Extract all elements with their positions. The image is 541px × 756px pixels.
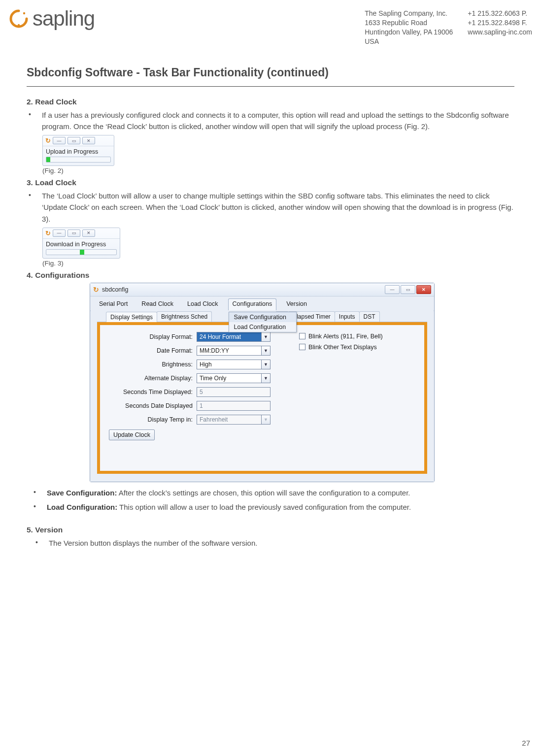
maximize-button[interactable]: ▭ xyxy=(68,230,80,237)
checkbox-blink-alerts[interactable]: Blink Alerts (911, Fire, Bell) xyxy=(299,333,415,340)
settings-pane: Display Format: 24 Hour Format▼ Blink Al… xyxy=(97,322,427,474)
progress-bar xyxy=(46,157,111,163)
contact-block: The Sapling Company, Inc. 1633 Republic … xyxy=(365,7,532,46)
display-format-select[interactable]: 24 Hour Format▼ xyxy=(197,332,270,342)
menu-configurations[interactable]: Configurations Save Configuration Load C… xyxy=(228,298,277,310)
minimize-button[interactable]: — xyxy=(53,137,66,144)
divider xyxy=(27,86,514,87)
chevron-down-icon: ▼ xyxy=(262,415,270,425)
menu-serial-port[interactable]: Serial Port xyxy=(95,299,132,310)
svg-point-0 xyxy=(23,12,25,14)
fig3-window: ↻ — ▭ ✕ Download in Progress xyxy=(42,228,120,259)
list-item: The Version button displays the number o… xyxy=(34,537,514,549)
close-button[interactable]: ✕ xyxy=(82,230,95,237)
update-clock-button[interactable]: Update Clock xyxy=(109,429,155,440)
menu-read-clock[interactable]: Read Clock xyxy=(137,299,177,310)
company-addr2: Huntingdon Valley, PA 19006 xyxy=(365,28,453,37)
version-text: The Version button displays the number o… xyxy=(49,537,514,549)
company-addr1: 1633 Republic Road xyxy=(365,18,453,28)
chevron-down-icon: ▼ xyxy=(262,332,270,342)
tab-inputs[interactable]: Inputs xyxy=(335,311,360,322)
tab-display-settings[interactable]: Display Settings xyxy=(106,312,157,322)
close-button[interactable]: ✕ xyxy=(82,137,95,144)
upload-progress-label: Upload in Progress xyxy=(46,148,111,155)
minimize-button[interactable]: — xyxy=(385,285,400,294)
label-display-temp: Display Temp in: xyxy=(109,416,193,423)
chevron-down-icon: ▼ xyxy=(262,360,270,369)
page-title: Sbdconfig Software - Task Bar Functional… xyxy=(27,66,514,79)
save-config-label: Save Configuration: xyxy=(47,489,117,497)
section-version-heading: 5. Version xyxy=(27,526,514,534)
minimize-button[interactable]: — xyxy=(53,230,66,237)
dropdown-save-configuration[interactable]: Save Configuration xyxy=(229,312,296,322)
label-date-format: Date Format: xyxy=(109,347,193,354)
label-alternate-display: Alternate Display: xyxy=(109,375,193,382)
section-load-clock-heading: 3. Load Clock xyxy=(27,178,514,187)
titlebar: ↻ sbdconfig — ▭ ✕ xyxy=(90,283,434,296)
app-icon: ↻ xyxy=(45,137,51,144)
company-addr3: USA xyxy=(365,37,453,46)
tab-dst[interactable]: DST xyxy=(359,311,380,322)
menu-version[interactable]: Version xyxy=(282,299,311,310)
save-config-text: After the clock’s settings are chosen, t… xyxy=(117,489,410,497)
date-format-select[interactable]: MM:DD:YY▼ xyxy=(197,346,270,356)
section-configurations-heading: 4. Configurations xyxy=(27,271,514,280)
brightness-select[interactable]: High▼ xyxy=(197,360,270,369)
svg-point-1 xyxy=(18,24,20,26)
sbdconfig-window: ↻ sbdconfig — ▭ ✕ Serial Port Read Clock… xyxy=(90,283,435,482)
read-clock-text: If a user has a previously configured cl… xyxy=(42,109,514,132)
load-config-label: Load Configuration: xyxy=(47,503,117,511)
company-fax: +1 215.322.8498 F. xyxy=(468,18,532,28)
window-title: sbdconfig xyxy=(102,286,129,293)
configurations-dropdown: Save Configuration Load Configuration xyxy=(229,312,297,332)
list-item: If a user has a previously configured cl… xyxy=(27,109,514,132)
maximize-button[interactable]: ▭ xyxy=(68,137,80,144)
menu-load-clock[interactable]: Load Clock xyxy=(183,299,222,310)
label-seconds-time: Seconds Time Displayed: xyxy=(109,389,193,395)
logo: sapling xyxy=(9,7,95,31)
company-web: www.sapling-inc.com xyxy=(468,28,532,37)
load-clock-text: The ‘Load Clock’ button will allow a use… xyxy=(42,190,514,225)
fig3-caption: (Fig. 3) xyxy=(42,260,514,267)
section-read-clock-heading: 2. Read Clock xyxy=(27,98,514,106)
label-seconds-date: Seconds Date Displayed xyxy=(109,402,193,409)
progress-bar xyxy=(46,249,117,255)
checkbox-blink-other[interactable]: Blink Other Text Displays xyxy=(299,344,415,351)
company-name: The Sapling Company, Inc. xyxy=(365,9,453,18)
list-item: Load Configuration: This option will all… xyxy=(32,501,514,513)
label-display-format: Display Format: xyxy=(109,333,193,340)
list-item: Save Configuration: After the clock’s se… xyxy=(32,487,514,498)
logo-icon xyxy=(9,9,29,29)
seconds-date-input[interactable]: 1 xyxy=(197,401,270,411)
load-config-text: This option will allow a user to load th… xyxy=(117,503,411,511)
page-header: sapling The Sapling Company, Inc. 1633 R… xyxy=(9,7,532,46)
dropdown-load-configuration[interactable]: Load Configuration xyxy=(229,322,296,332)
seconds-time-input[interactable]: 5 xyxy=(197,387,270,397)
app-icon: ↻ xyxy=(93,286,99,294)
chevron-down-icon: ▼ xyxy=(262,373,270,383)
app-icon: ↻ xyxy=(45,230,51,237)
logo-text: sapling xyxy=(33,7,95,31)
label-brightness: Brightness: xyxy=(109,361,193,368)
display-temp-select[interactable]: Fahrenheit▼ xyxy=(197,415,270,425)
alternate-display-select[interactable]: Time Only▼ xyxy=(197,373,270,383)
close-button[interactable]: ✕ xyxy=(416,285,431,294)
menubar: Serial Port Read Clock Load Clock Config… xyxy=(90,296,434,310)
company-phone: +1 215.322.6063 P. xyxy=(468,9,532,18)
tab-brightness-sched[interactable]: Brightness Sched xyxy=(157,311,212,322)
chevron-down-icon: ▼ xyxy=(262,346,270,356)
maximize-button[interactable]: ▭ xyxy=(401,285,415,294)
download-progress-label: Download in Progress xyxy=(46,241,117,248)
fig2-caption: (Fig. 2) xyxy=(42,167,514,174)
list-item: The ‘Load Clock’ button will allow a use… xyxy=(27,190,514,225)
fig2-window: ↻ — ▭ ✕ Upload in Progress xyxy=(42,135,114,166)
page-number: 27 xyxy=(522,739,530,747)
